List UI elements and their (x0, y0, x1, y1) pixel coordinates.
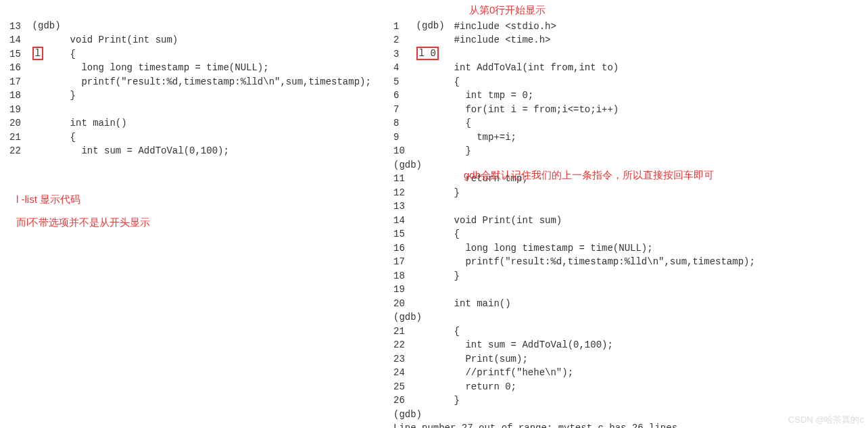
line-number: 11 (393, 172, 431, 185)
code-text: } (431, 145, 471, 156)
code-line: 14 void Print(int sum) (393, 214, 867, 228)
code-text: } (47, 90, 76, 101)
line-number: 17 (393, 255, 431, 268)
code-text: long long timestamp = time(NULL); (47, 62, 269, 73)
gdb-prompt: (gdb) (393, 409, 427, 420)
line-number: 20 (393, 297, 431, 310)
code-line: 25 return 0; (393, 380, 867, 394)
line-number: 13 (9, 20, 47, 33)
line-number: 16 (9, 61, 47, 74)
code-text: { (431, 76, 460, 87)
code-text: long long timestamp = time(NULL); (431, 243, 653, 254)
code-text: { (431, 229, 460, 239)
right-annotation-mid: gdb会默认记住我们的上一条指令，所以直接按回车即可 (464, 168, 714, 183)
code-text: void Print(int sum) (47, 34, 178, 45)
line-number: 26 (393, 394, 431, 407)
line-number: 9 (393, 130, 431, 144)
code-text: //printf("hehe\n"); (431, 367, 573, 378)
code-line: 1 #include <stdio.h> (393, 20, 867, 34)
code-line: 10 } (393, 144, 867, 158)
code-text: printf("result:%d,timestamp:%lld\n",sum,… (47, 76, 371, 87)
code-line: 21 { (9, 130, 388, 145)
code-line: 16 long long timestamp = time(NULL); (9, 61, 388, 75)
code-text: int tmp = 0; (431, 90, 533, 101)
line-number: 20 (9, 116, 47, 130)
line-number: 24 (393, 366, 431, 379)
code-line: 12 } (393, 186, 867, 200)
line-number: 7 (393, 103, 431, 116)
code-line: 13 (9, 20, 388, 34)
left-code-block: 1314 void Print(int sum)15 {16 long long… (9, 20, 388, 158)
code-text: int main() (47, 118, 127, 128)
code-text: { (47, 132, 76, 143)
code-text: { (431, 118, 471, 128)
code-text: int AddToVal(int from,int to) (431, 62, 619, 73)
code-line: 9 tmp+=i; (393, 130, 867, 145)
code-line: 18 } (393, 269, 867, 283)
line-number: 6 (393, 89, 431, 102)
code-line: 2 #include <time.h> (393, 33, 867, 47)
code-line: 22 int sum = AddToVal(0,100); (393, 338, 867, 352)
code-line: 23 Print(sum); (393, 352, 867, 366)
code-line: 13 (393, 199, 867, 214)
code-text: #include <time.h> (431, 34, 550, 45)
left-annotation-list: l -list 显示代码 (16, 192, 80, 207)
code-line: 8 { (393, 116, 867, 130)
line-number: 18 (9, 89, 47, 102)
code-text: } (431, 187, 460, 198)
code-line: 6 int tmp = 0; (393, 89, 867, 103)
right-prompt-row: (gdb) l 0 (393, 5, 867, 20)
line-number: 10 (393, 144, 431, 158)
code-line: 17 printf("result:%d,timestamp:%lld\n",s… (9, 75, 388, 89)
line-number: 23 (393, 352, 431, 366)
line-number: 18 (393, 269, 431, 283)
line-number: 21 (393, 325, 431, 338)
code-line: 24 //printf("hehe\n"); (393, 366, 867, 380)
code-text: void Print(int sum) (431, 215, 562, 226)
code-line: 21 { (393, 325, 867, 339)
gdb-prompt: (gdb) (393, 160, 427, 170)
code-text: int sum = AddToVal(0,100); (47, 145, 229, 156)
gdb-message-text: Line number 27 out of range; mytest.c ha… (393, 423, 683, 428)
line-number: 13 (393, 199, 431, 213)
code-text: return 0; (431, 381, 516, 392)
code-line: 18 } (9, 89, 388, 103)
line-number: 16 (393, 241, 431, 255)
code-text: Print(sum); (431, 354, 528, 364)
line-number: 19 (9, 103, 47, 116)
code-line: 22 int sum = AddToVal(0,100); (9, 144, 388, 158)
code-text: tmp+=i; (431, 132, 516, 143)
code-text: for(int i = from;i<=to;i++) (431, 104, 619, 115)
left-annotation-note: 而l不带选项并不是从开头显示 (16, 215, 150, 230)
code-line: 19 (9, 103, 388, 117)
code-line: 15 { (393, 227, 867, 241)
line-number: 12 (393, 186, 431, 199)
code-line: 15 { (9, 47, 388, 62)
code-text: int sum = AddToVal(0,100); (431, 339, 613, 350)
code-line: 14 void Print(int sum) (9, 33, 388, 47)
right-pane: (gdb) l 0 1 #include <stdio.h>2 #include… (393, 5, 867, 428)
line-number: 17 (9, 75, 47, 89)
line-number: 14 (393, 214, 431, 227)
code-line: 7 for(int i = from;i<=to;i++) (393, 103, 867, 117)
line-number: 22 (9, 144, 47, 158)
line-number: 2 (393, 33, 431, 47)
line-number: 22 (393, 338, 431, 352)
code-line: 20 int main() (393, 297, 867, 311)
code-line: 16 long long timestamp = time(NULL); (393, 241, 867, 256)
line-number: 3 (393, 47, 431, 61)
right-annotation-top: 从第0行开始显示 (469, 3, 546, 18)
code-line: 4 int AddToVal(int from,int to) (393, 61, 867, 75)
line-number: 15 (393, 227, 431, 241)
code-line: 17 printf("result:%d,timestamp:%lld\n",s… (393, 255, 867, 269)
gdb-prompt: (gdb) (393, 312, 427, 323)
watermark: CSDN @哈茶真的c (788, 414, 864, 427)
left-pane: (gdb) l 1314 void Print(int sum)15 {16 l… (9, 5, 388, 158)
code-line: 3 (393, 47, 867, 62)
code-text: { (431, 326, 460, 337)
code-line: 5 { (393, 75, 867, 89)
code-line: 26 } (393, 394, 867, 408)
line-number: 19 (393, 283, 431, 296)
code-line: 20 int main() (9, 116, 388, 130)
line-number: 21 (9, 130, 47, 144)
